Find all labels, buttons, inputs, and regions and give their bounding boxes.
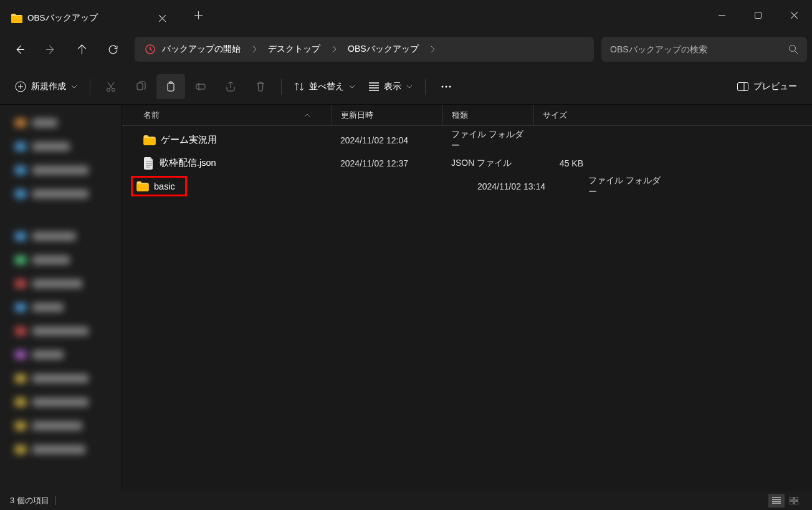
folder-icon [136, 181, 149, 191]
svg-point-13 [449, 85, 451, 87]
item-count: 3 個の項目 [10, 495, 49, 506]
svg-rect-0 [719, 15, 725, 16]
file-name: basic [154, 181, 175, 191]
folder-icon [11, 12, 22, 24]
breadcrumb-label: OBSバックアップ [348, 44, 419, 55]
breadcrumb[interactable]: バックアップの開始 デスクトップ OBSバックアップ [135, 37, 594, 62]
chevron-down-icon [349, 85, 355, 89]
minimize-button[interactable] [704, 0, 740, 30]
breadcrumb-item-0[interactable]: バックアップの開始 [138, 39, 247, 59]
breadcrumb-chevron-2[interactable] [425, 39, 440, 59]
svg-point-12 [446, 85, 447, 87]
breadcrumb-label: デスクトップ [268, 44, 320, 55]
copy-button [127, 74, 155, 99]
search-icon [788, 44, 798, 54]
breadcrumb-item-2[interactable]: OBSバックアップ [342, 39, 425, 59]
delete-button [246, 74, 275, 99]
preview-pane-icon [737, 82, 748, 91]
svg-rect-8 [168, 83, 174, 91]
file-row[interactable]: ゲーム実況用 2024/11/02 12:04 ファイル フォルダー [122, 128, 812, 152]
sort-button[interactable]: 並べ替え [288, 74, 361, 99]
breadcrumb-chevron-0[interactable] [247, 39, 262, 59]
refresh-button[interactable] [98, 37, 127, 62]
highlight-box: basic [131, 176, 187, 196]
svg-point-5 [107, 88, 110, 91]
file-name: ゲーム実況用 [161, 134, 217, 146]
column-size[interactable]: サイズ [533, 105, 592, 126]
cut-button [97, 74, 125, 99]
titlebar: OBSバックアップ [0, 0, 812, 30]
svg-point-3 [790, 46, 796, 52]
file-size: 45 KB [533, 158, 592, 168]
maximize-button[interactable] [740, 0, 776, 30]
search-input[interactable] [610, 44, 788, 54]
thumbnails-view-button[interactable] [786, 494, 802, 508]
file-type: ファイル フォルダー [580, 175, 671, 198]
file-name: 歌枠配信.json [160, 157, 216, 169]
close-button[interactable] [776, 0, 812, 30]
svg-rect-18 [795, 501, 798, 504]
forward-button [36, 37, 65, 62]
file-type: ファイル フォルダー [442, 129, 533, 152]
tab-current[interactable]: OBSバックアップ [0, 6, 181, 30]
column-headers: 名前 更新日時 種類 サイズ [122, 105, 812, 126]
up-button[interactable] [67, 37, 96, 62]
svg-rect-1 [755, 12, 761, 18]
view-label: 表示 [384, 81, 401, 92]
statusbar: 3 個の項目 [0, 491, 812, 510]
svg-rect-15 [790, 497, 793, 500]
sidebar[interactable] [0, 105, 122, 491]
sort-indicator-icon [304, 113, 310, 117]
chevron-down-icon [71, 85, 77, 89]
file-date: 2024/11/02 12:37 [332, 158, 442, 168]
share-button [216, 74, 245, 99]
breadcrumb-item-1[interactable]: デスクトップ [262, 39, 327, 59]
svg-rect-14 [738, 82, 748, 90]
new-button[interactable]: 新規作成 [9, 74, 84, 99]
backup-icon [145, 44, 156, 55]
view-button[interactable]: 表示 [363, 74, 419, 99]
window-controls [704, 0, 812, 30]
file-type: JSON ファイル [442, 158, 533, 169]
svg-rect-10 [196, 84, 205, 89]
content-area: 名前 更新日時 種類 サイズ ゲーム実況用 2024/11/02 12:04 フ… [122, 105, 812, 491]
status-separator [55, 496, 56, 505]
column-type[interactable]: 種類 [442, 105, 533, 126]
breadcrumb-chevron-1[interactable] [327, 39, 342, 59]
folder-icon [143, 135, 156, 145]
svg-point-6 [112, 88, 115, 91]
file-icon [143, 157, 155, 170]
file-row[interactable]: 歌枠配信.json 2024/11/02 12:37 JSON ファイル 45 … [122, 152, 812, 175]
column-name[interactable]: 名前 [135, 105, 332, 126]
search-box[interactable] [601, 37, 807, 62]
more-button[interactable] [432, 74, 461, 99]
toolbar-separator [425, 79, 426, 95]
breadcrumb-label: バックアップの開始 [162, 44, 241, 55]
details-view-button[interactable] [768, 494, 785, 508]
preview-button[interactable]: プレビュー [731, 74, 803, 99]
toolbar: 新規作成 並べ替え 表示 [0, 69, 812, 105]
toolbar-separator [281, 79, 282, 95]
file-row-highlighted[interactable]: basic 2024/11/02 13:14 ファイル フォルダー [122, 175, 812, 198]
svg-rect-7 [137, 83, 143, 90]
back-button[interactable] [5, 37, 34, 62]
toolbar-separator [90, 79, 90, 95]
column-date[interactable]: 更新日時 [332, 105, 442, 126]
file-date: 2024/11/02 13:14 [469, 181, 580, 191]
sort-icon [294, 82, 304, 92]
file-date: 2024/11/02 12:04 [332, 135, 442, 145]
svg-rect-17 [790, 501, 793, 504]
main-area: 名前 更新日時 種類 サイズ ゲーム実況用 2024/11/02 12:04 フ… [0, 105, 812, 491]
plus-circle-icon [15, 81, 26, 92]
rename-button [186, 74, 215, 99]
tab-close-button[interactable] [151, 8, 173, 28]
new-tab-button[interactable] [186, 2, 211, 27]
paste-button[interactable] [156, 74, 185, 99]
navbar: バックアップの開始 デスクトップ OBSバックアップ [0, 30, 812, 69]
new-label: 新規作成 [31, 81, 66, 92]
svg-rect-16 [795, 497, 798, 500]
list-icon [369, 82, 379, 91]
file-list: ゲーム実況用 2024/11/02 12:04 ファイル フォルダー 歌枠配信.… [122, 126, 812, 491]
sort-label: 並べ替え [309, 81, 344, 92]
tab-title: OBSバックアップ [27, 12, 146, 24]
